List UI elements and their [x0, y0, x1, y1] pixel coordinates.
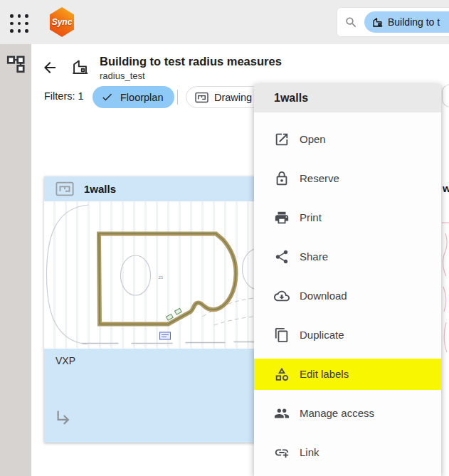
file-card-footer-label: VXP [56, 355, 75, 366]
context-menu: 1walls Open Reserve [254, 84, 441, 476]
page-subtitle: radius_test [100, 70, 145, 81]
menu-item-download[interactable]: Download [254, 276, 441, 315]
filter-chip-label: Drawing [214, 92, 252, 103]
sync-logo[interactable]: Sync [48, 7, 75, 37]
menu-item-print[interactable]: Print [254, 198, 441, 237]
duplicate-icon [274, 327, 290, 343]
sync-logo-text: Sync [52, 17, 73, 27]
shapes-icon [274, 366, 290, 382]
add-link-icon [274, 445, 290, 460]
floorplan-thumbnail: 23 [44, 201, 255, 349]
menu-item-duplicate[interactable]: Duplicate [254, 315, 441, 354]
menu-item-manage-access[interactable]: Manage access [254, 393, 441, 433]
file-card-1walls[interactable]: 1walls 23 VXP [44, 176, 255, 443]
filter-chip-floorplan[interactable]: Floorplan [93, 86, 174, 108]
share-icon [274, 249, 290, 265]
app-screen: Sync Building to t [0, 0, 449, 476]
menu-item-share[interactable]: Share [254, 237, 441, 276]
menu-item-link[interactable]: Link [254, 433, 441, 472]
menu-item-open[interactable]: Open [254, 120, 441, 159]
file-card-footer: VXP [44, 349, 255, 443]
org-chart-icon[interactable] [6, 54, 26, 73]
back-button[interactable] [41, 59, 58, 76]
building-icon [70, 58, 90, 77]
topbar: Sync Building to t [0, 0, 449, 44]
partial-card-title: w [443, 182, 449, 194]
context-menu-title: 1walls [254, 84, 441, 112]
page-title: Building to test radius measures [100, 55, 282, 68]
subdirectory-arrow-icon[interactable] [54, 408, 73, 427]
partially-visible-chip[interactable] [442, 84, 449, 107]
partially-visible-card[interactable]: w [442, 176, 449, 443]
context-menu-items: Open Reserve Print [254, 112, 441, 472]
search-project-chip-label: Building to t [388, 16, 440, 28]
nav-sidebar [0, 44, 31, 476]
open-in-new-icon [274, 132, 290, 147]
highlighted-menu-surface: Edit labels [254, 359, 441, 390]
lock-icon [274, 171, 290, 186]
printer-icon [274, 210, 290, 226]
drawing-icon [56, 181, 74, 196]
people-icon [274, 406, 290, 421]
menu-item-reserve[interactable]: Reserve [254, 159, 441, 198]
menu-item-edit-labels[interactable]: Edit labels [254, 354, 441, 393]
file-card-header: 1walls [44, 176, 255, 201]
search-icon [344, 16, 358, 29]
thumbnail-annotation: 23 [159, 275, 164, 280]
filters-count-label: Filters: 1 [44, 90, 84, 102]
file-card-title: 1walls [84, 183, 116, 195]
app-launcher-grid-icon[interactable] [10, 14, 29, 33]
search-input[interactable]: Building to t [337, 7, 449, 37]
search-project-chip[interactable]: Building to t [364, 11, 449, 33]
filter-chip-label: Floorplan [120, 92, 163, 103]
building-icon [371, 16, 384, 28]
cloud-download-icon [274, 288, 290, 304]
filters-divider [177, 90, 178, 105]
drawing-icon [195, 92, 208, 103]
check-icon [101, 91, 113, 103]
